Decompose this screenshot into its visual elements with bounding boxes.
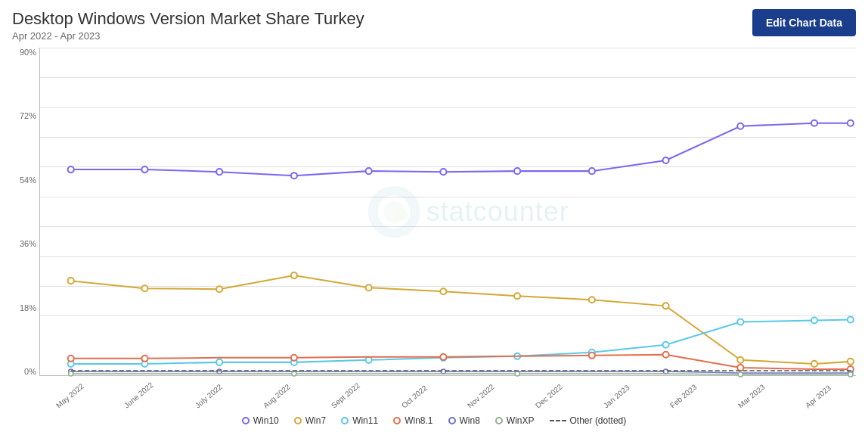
winxp-dot-9 — [738, 372, 742, 377]
win11-dot-4 — [366, 357, 372, 363]
win81-dot-0 — [68, 356, 74, 362]
win11-dot-8 — [663, 342, 669, 348]
win10-dot-8 — [663, 157, 669, 163]
edit-chart-data-button[interactable]: Edit Chart Data — [752, 9, 856, 36]
y-axis: 90% 72% 54% 36% 18% 0% — [12, 48, 39, 376]
legend-win11: Win11 — [341, 415, 378, 426]
win11-dot-10 — [811, 317, 817, 323]
win8-dot-8 — [664, 369, 668, 374]
win10-dot-10 — [811, 120, 817, 126]
win7-dot-5 — [440, 288, 446, 294]
win11-dot-2 — [216, 359, 222, 365]
win10-dot-9 — [737, 123, 743, 129]
win11-dot-9 — [737, 319, 743, 325]
chart-header: Desktop Windows Version Market Share Tur… — [12, 9, 856, 42]
win7-dot-1 — [141, 285, 147, 291]
y-label-0: 0% — [24, 367, 39, 376]
x-label-jul2022: July 2022 — [194, 382, 224, 409]
legend-dot-win8 — [448, 417, 456, 424]
legend-win81: Win8.1 — [393, 415, 432, 426]
win10-dot-1 — [141, 166, 147, 172]
x-label-feb2023: Feb 2023 — [668, 383, 698, 410]
y-label-36: 36% — [20, 239, 39, 248]
win8-dot-5 — [441, 369, 445, 374]
win7-dot-9 — [737, 357, 743, 363]
y-label-72: 72% — [20, 111, 39, 120]
x-label-jun2022: June 2022 — [122, 381, 155, 409]
win10-dot-5 — [440, 169, 446, 175]
legend-line-other — [550, 420, 566, 421]
win7-dot-2 — [216, 286, 222, 292]
legend-label-win10: Win10 — [253, 415, 279, 426]
chart-subtitle: Apr 2022 - Apr 2023 — [12, 30, 364, 42]
x-label-sep2022: Sept 2022 — [330, 381, 361, 410]
x-label-nov2022: Nov 2022 — [466, 382, 496, 409]
x-label-aug2022: Aug 2022 — [262, 382, 292, 409]
legend-win7: Win7 — [294, 415, 326, 426]
win7-dot-0 — [68, 278, 74, 284]
win7-dot-7 — [589, 297, 595, 303]
win8-line — [71, 371, 851, 373]
win7-dot-4 — [366, 284, 372, 291]
chart-title: Desktop Windows Version Market Share Tur… — [12, 9, 364, 29]
legend-dot-winxp — [495, 417, 503, 424]
x-label-jan2023: Jan 2023 — [602, 384, 631, 410]
win81-dot-3 — [291, 355, 297, 361]
legend-dot-win10 — [242, 417, 250, 424]
win81-line — [71, 355, 851, 369]
win10-dot-11 — [848, 120, 854, 126]
legend-label-winxp: WinXP — [507, 415, 535, 426]
legend-label-win7: Win7 — [305, 415, 326, 426]
x-label-apr2023: Apr 2023 — [804, 384, 832, 410]
win8-dot-2 — [217, 369, 222, 374]
x-label-may2022: May 2022 — [54, 382, 85, 410]
win11-dot-11 — [848, 316, 854, 322]
win10-dot-7 — [589, 168, 595, 174]
legend-other: Other (dotted) — [550, 415, 627, 426]
legend-dot-win11 — [341, 417, 349, 424]
x-label-mar2023: Mar 2023 — [736, 383, 766, 410]
win10-dot-2 — [216, 169, 222, 175]
x-axis-labels: May 2022 June 2022 July 2022 Aug 2022 Se… — [40, 403, 856, 412]
y-label-54: 54% — [20, 176, 39, 185]
y-label-90: 90% — [20, 48, 39, 57]
x-label-dec2022: Dec 2022 — [534, 382, 564, 409]
chart-svg — [40, 48, 856, 375]
win7-dot-10 — [811, 361, 817, 367]
legend-label-other: Other (dotted) — [570, 415, 627, 426]
win81-dot-9 — [737, 365, 743, 371]
win81-dot-8 — [663, 352, 669, 358]
legend-label-win11: Win11 — [352, 415, 378, 426]
win7-dot-3 — [291, 272, 297, 278]
win81-dot-5 — [440, 354, 446, 360]
win10-dot-3 — [291, 172, 297, 179]
winxp-dot-11 — [848, 372, 853, 377]
legend-label-win81: Win8.1 — [405, 415, 432, 426]
winxp-line — [71, 374, 851, 375]
winxp-dot-6 — [515, 371, 519, 376]
win7-line — [71, 275, 851, 364]
x-label-oct2022: Oct 2022 — [400, 384, 429, 410]
legend-dot-win81 — [393, 417, 401, 424]
win10-dot-6 — [514, 168, 520, 174]
winxp-dot-3 — [292, 371, 296, 376]
chart-plot-area: statcounter — [39, 48, 856, 376]
y-label-18: 18% — [20, 303, 39, 312]
legend-winxp: WinXP — [495, 415, 535, 426]
title-block: Desktop Windows Version Market Share Tur… — [12, 9, 364, 42]
win7-dot-8 — [663, 303, 669, 309]
winxp-dot-0 — [69, 371, 73, 376]
legend-dot-win7 — [294, 417, 302, 424]
win81-dot-1 — [141, 356, 147, 362]
win81-dot-7 — [589, 353, 595, 359]
win7-dot-6 — [514, 293, 520, 299]
legend-label-win8: Win8 — [460, 415, 480, 426]
legend: Win10 Win7 Win11 Win8.1 Win8 WinXP — [12, 415, 856, 426]
legend-win10: Win10 — [242, 415, 279, 426]
win7-dot-11 — [848, 359, 854, 365]
win10-dot-4 — [366, 168, 372, 174]
page-container: Desktop Windows Version Market Share Tur… — [0, 0, 868, 432]
win10-dot-0 — [68, 166, 74, 172]
legend-win8: Win8 — [448, 415, 480, 426]
win10-line — [71, 123, 851, 176]
